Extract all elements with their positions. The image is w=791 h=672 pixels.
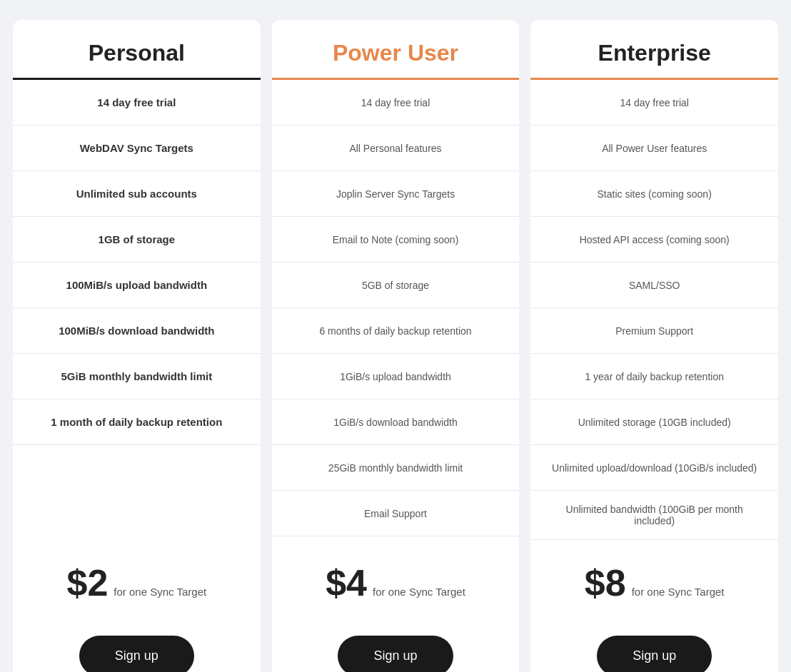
feature-item-power-user-9: Email Support (272, 491, 520, 536)
features-list-power-user: 14 day free trialAll Personal featuresJo… (272, 80, 520, 540)
feature-item-personal-3: 1GB of storage (13, 217, 261, 263)
feature-item-enterprise-2: Static sites (coming soon) (530, 171, 778, 217)
price-amount-personal: $2 (67, 561, 109, 604)
price-label-personal: for one Sync Target (114, 586, 206, 598)
feature-item-power-user-4: 5GB of storage (272, 263, 520, 308)
plan-title-enterprise: Enterprise (545, 40, 764, 66)
plan-header-power-user: Power User (272, 20, 520, 78)
plan-card-personal: Personal14 day free trialWebDAV Sync Tar… (13, 20, 261, 672)
price-label-enterprise: for one Sync Target (632, 586, 725, 598)
feature-item-enterprise-3: Hosted API access (coming soon) (530, 217, 778, 263)
feature-item-enterprise-6: 1 year of daily backup retention (530, 354, 778, 399)
feature-item-power-user-6: 1GiB/s upload bandwidth (272, 354, 520, 399)
feature-item-power-user-0: 14 day free trial (272, 80, 520, 126)
feature-item-enterprise-8: Unlimited upload/download (10GiB/s inclu… (530, 445, 778, 491)
plan-title-personal: Personal (27, 40, 246, 66)
features-list-enterprise: 14 day free trialAll Power User features… (530, 80, 778, 540)
feature-item-personal-2: Unlimited sub accounts (13, 171, 261, 217)
pricing-section-power-user: $4for one Sync Target (272, 540, 520, 636)
feature-item-power-user-7: 1GiB/s download bandwidth (272, 399, 520, 445)
feature-item-power-user-3: Email to Note (coming soon) (272, 217, 520, 263)
pricing-container: Personal14 day free trialWebDAV Sync Tar… (7, 14, 784, 672)
pricing-section-personal: $2for one Sync Target (13, 540, 261, 636)
price-label-power-user: for one Sync Target (373, 586, 465, 598)
feature-item-enterprise-1: All Power User features (530, 126, 778, 171)
feature-item-enterprise-9: Unlimited bandwidth (100GiB per month in… (530, 491, 778, 540)
signup-button-enterprise[interactable]: Sign up (597, 636, 712, 672)
plan-card-power-user: Power User14 day free trialAll Personal … (272, 20, 520, 672)
feature-item-power-user-5: 6 months of daily backup retention (272, 308, 520, 354)
plan-card-enterprise: Enterprise14 day free trialAll Power Use… (530, 20, 778, 672)
price-display-power-user: $4for one Sync Target (286, 561, 505, 604)
plan-header-personal: Personal (13, 20, 261, 78)
feature-item-enterprise-4: SAML/SSO (530, 263, 778, 308)
plan-title-power-user: Power User (286, 40, 505, 66)
feature-item-enterprise-0: 14 day free trial (530, 80, 778, 126)
btn-wrapper-power-user: Sign up (272, 636, 520, 672)
feature-item-personal-4: 100MiB/s upload bandwidth (13, 263, 261, 308)
signup-button-personal[interactable]: Sign up (79, 636, 194, 672)
btn-wrapper-enterprise: Sign up (530, 636, 778, 672)
feature-item-power-user-8: 25GiB monthly bandwidth limit (272, 445, 520, 491)
feature-item-personal-6: 5GiB monthly bandwidth limit (13, 354, 261, 399)
signup-button-power-user[interactable]: Sign up (338, 636, 453, 672)
pricing-section-enterprise: $8for one Sync Target (530, 540, 778, 636)
feature-item-enterprise-7: Unlimited storage (10GB included) (530, 399, 778, 445)
feature-item-personal-1: WebDAV Sync Targets (13, 126, 261, 171)
price-amount-enterprise: $8 (585, 561, 626, 604)
btn-wrapper-personal: Sign up (13, 636, 261, 672)
feature-item-personal-5: 100MiB/s download bandwidth (13, 308, 261, 354)
feature-item-personal-7: 1 month of daily backup retention (13, 399, 261, 445)
feature-item-enterprise-5: Premium Support (530, 308, 778, 354)
plan-header-enterprise: Enterprise (530, 20, 778, 78)
price-amount-power-user: $4 (326, 561, 367, 604)
price-display-personal: $2for one Sync Target (27, 561, 246, 604)
feature-item-power-user-1: All Personal features (272, 126, 520, 171)
price-display-enterprise: $8for one Sync Target (545, 561, 764, 604)
feature-item-personal-0: 14 day free trial (13, 80, 261, 126)
feature-item-power-user-2: Joplin Server Sync Targets (272, 171, 520, 217)
features-list-personal: 14 day free trialWebDAV Sync TargetsUnli… (13, 80, 261, 540)
